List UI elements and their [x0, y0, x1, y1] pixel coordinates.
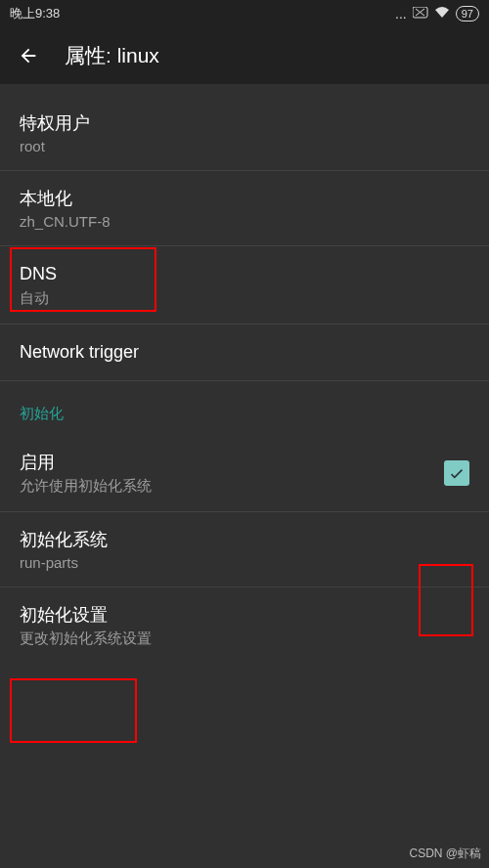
wifi-icon	[434, 6, 450, 22]
setting-init-enable[interactable]: 启用 允许使用初始化系统	[0, 435, 489, 512]
watermark: CSDN @虾稿	[409, 846, 481, 862]
setting-privileged-user[interactable]: 特权用户 root	[0, 96, 489, 171]
section-header-init: 初始化	[0, 381, 489, 435]
setting-value: run-parts	[20, 554, 469, 571]
setting-title: 本地化	[20, 187, 469, 211]
status-time: 晚上9:38	[10, 5, 60, 22]
setting-title: 特权用户	[20, 111, 469, 136]
setting-value: 自动	[20, 289, 469, 308]
battery-icon: 97	[456, 6, 479, 22]
setting-title: 启用	[20, 451, 152, 475]
settings-list: 特权用户 root 本地化 zh_CN.UTF-8 DNS 自动 Network…	[0, 84, 489, 664]
setting-text: 启用 允许使用初始化系统	[20, 451, 152, 496]
setting-value: zh_CN.UTF-8	[20, 213, 469, 230]
app-bar: 属性: linux	[0, 27, 489, 84]
setting-init-settings[interactable]: 初始化设置 更改初始化系统设置	[0, 587, 489, 664]
setting-network-trigger[interactable]: Network trigger	[0, 325, 489, 381]
arrow-left-icon	[18, 45, 39, 66]
setting-title: Network trigger	[20, 340, 469, 365]
setting-title: DNS	[20, 262, 469, 286]
status-bar: 晚上9:38 ... 97	[0, 0, 489, 27]
setting-subtitle: 允许使用初始化系统	[20, 477, 152, 496]
setting-title: 初始化设置	[20, 603, 469, 628]
checkbox-enable[interactable]	[444, 460, 469, 486]
setting-title: 初始化系统	[20, 528, 469, 552]
status-icons: ... 97	[395, 6, 479, 22]
setting-value: root	[20, 138, 469, 154]
setting-locale[interactable]: 本地化 zh_CN.UTF-8	[0, 171, 489, 246]
check-icon	[448, 464, 466, 482]
setting-subtitle: 更改初始化系统设置	[20, 629, 469, 648]
setting-init-system[interactable]: 初始化系统 run-parts	[0, 512, 489, 587]
no-sim-icon	[413, 6, 428, 22]
page-title: 属性: linux	[65, 42, 159, 69]
setting-dns[interactable]: DNS 自动	[0, 246, 489, 324]
more-icon: ...	[395, 6, 407, 22]
annotation-box	[10, 678, 137, 743]
back-button[interactable]	[18, 45, 39, 66]
